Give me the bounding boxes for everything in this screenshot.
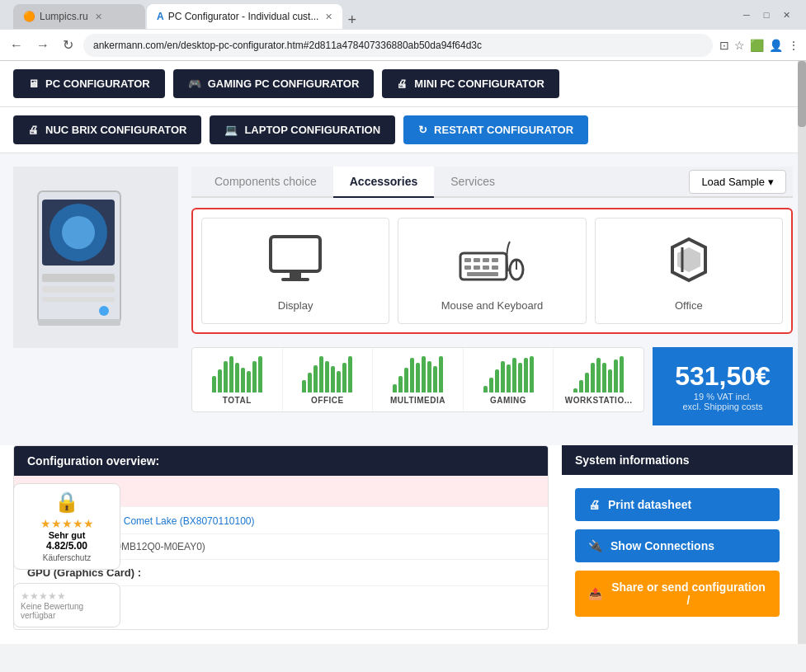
svg-rect-6 (42, 297, 115, 302)
svg-rect-19 (483, 266, 489, 270)
tab1-close[interactable]: ✕ (95, 12, 102, 22)
nuc-brix-button[interactable]: 🖨 NUC BRIX CONFIGURATOR (13, 115, 201, 144)
url-input[interactable] (83, 34, 713, 57)
price-value: 531,50€ (675, 361, 771, 392)
svg-point-7 (99, 306, 109, 316)
svg-rect-5 (42, 286, 115, 293)
trusted-shop-logo: 🔒 (21, 491, 113, 514)
tab-configurator[interactable]: A PC Configurator - Individual cust... ✕ (147, 4, 342, 29)
tab-accessories[interactable]: Accessories (333, 167, 435, 198)
svg-rect-10 (290, 271, 301, 278)
chart-total-label: TOTAL (223, 396, 252, 405)
no-rating-badge: ★★★★★ Keine Bewertung verfügbar (13, 583, 120, 627)
minimize-button[interactable]: ─ (740, 8, 753, 21)
svg-rect-15 (483, 258, 489, 262)
address-bar: ← → ↻ ⊡ ☆ 🟩 👤 ⋮ (0, 30, 806, 61)
pc-image-svg (21, 175, 170, 340)
svg-rect-21 (467, 272, 498, 276)
new-tab-button[interactable]: + (347, 12, 356, 29)
scrollbar[interactable] (798, 61, 806, 644)
accessory-display-card[interactable]: Display (201, 218, 389, 324)
load-sample-button[interactable]: Load Sample ▾ (689, 170, 786, 194)
tab2-favicon: A (157, 11, 164, 22)
configurator-top-bar: 🖥 PC CONFIGURATOR 🎮 GAMING PC CONFIGURAT… (0, 61, 806, 107)
restart-configurator-button[interactable]: ↻ RESTART CONFIGURATOR (403, 115, 588, 144)
nuc-icon: 🖨 (28, 124, 39, 136)
close-button[interactable]: ✕ (780, 8, 793, 21)
back-button[interactable]: ← (7, 36, 26, 54)
gaming-icon: 🎮 (188, 78, 201, 90)
chart-multimedia-label: MULTIMEDIA (390, 396, 445, 405)
left-panel (13, 167, 178, 432)
svg-rect-11 (281, 278, 309, 281)
trust-rating: 4.82/5.00 (21, 540, 113, 552)
pc-image (13, 167, 178, 348)
system-info: System informations 🖨 Print datasheet 🔌 … (562, 445, 793, 630)
svg-rect-16 (492, 258, 498, 262)
scroll-thumb[interactable] (798, 61, 806, 127)
connections-icon: 🔌 (588, 539, 602, 552)
bookmark-icon[interactable]: ☆ (734, 39, 745, 52)
show-connections-button[interactable]: 🔌 Show Connections (575, 529, 780, 562)
config-overview-header: Configuration overview: (14, 446, 548, 476)
price-vat: 19 % VAT incl. (694, 392, 752, 402)
tab1-favicon: 🟠 (23, 11, 35, 22)
office-icon (664, 235, 714, 288)
mini-icon: 🖨 (397, 78, 408, 90)
forward-button[interactable]: → (33, 36, 53, 54)
profile-icon[interactable]: 👤 (769, 39, 783, 52)
extension-icon: 🟩 (750, 39, 764, 52)
svg-rect-9 (271, 237, 320, 271)
bottom-sections: Configuration overview: ● Case (Case) : … (0, 445, 806, 643)
chart-total[interactable]: TOTAL (192, 348, 283, 411)
trusted-shop-badge: 🔒 ★★★★★ Sehr gut 4.82/5.00 Käuferschutz (13, 483, 120, 570)
system-info-buttons: 🖨 Print datasheet 🔌 Show Connections 📤 S… (562, 475, 793, 630)
page-content: 🖥 PC CONFIGURATOR 🎮 GAMING PC CONFIGURAT… (0, 61, 806, 644)
trust-buyer: Käuferschutz (21, 553, 113, 562)
display-icon (266, 235, 324, 288)
svg-rect-18 (474, 266, 480, 270)
svg-rect-14 (474, 258, 480, 262)
tab-services[interactable]: Services (434, 167, 511, 196)
pc-configurator-button[interactable]: 🖥 PC CONFIGURATOR (13, 69, 165, 98)
accessory-mouse-keyboard-card[interactable]: Mouse and Keyboard (398, 218, 586, 324)
menu-icon[interactable]: ⋮ (788, 39, 799, 52)
share-configuration-button[interactable]: 📤 Share or send configuration / (575, 571, 780, 617)
print-icon: 🖨 (588, 498, 600, 511)
empty-stars: ★★★★★ (21, 590, 66, 602)
laptop-config-button[interactable]: 💻 LAPTOP CONFIGURATION (210, 115, 395, 144)
mini-configurator-button[interactable]: 🖨 MINI PC CONFIGURATOR (382, 69, 559, 98)
system-info-header: System informations (562, 445, 793, 475)
chart-office[interactable]: OFFICE (283, 348, 374, 411)
mouse-keyboard-label: Mouse and Keyboard (441, 299, 544, 312)
chart-workstation-label: WORKSTATIO... (565, 396, 633, 405)
price-box: 531,50€ 19 % VAT incl. excl. Shipping co… (653, 347, 793, 425)
reload-button[interactable]: ↻ (59, 35, 77, 54)
chart-office-label: OFFICE (311, 396, 344, 405)
tab2-close[interactable]: ✕ (325, 12, 332, 22)
office-label: Office (675, 299, 703, 312)
laptop-icon: 💻 (224, 124, 238, 136)
cast-icon: ⊡ (719, 39, 729, 52)
tab-lumpics[interactable]: 🟠 Lumpics.ru ✕ (13, 4, 145, 29)
tabs-bar: Components choice Accessories Services L… (191, 167, 793, 198)
trust-stars: ★★★★★ (21, 517, 113, 530)
svg-rect-4 (42, 274, 115, 282)
charts-price-row: TOTAL (191, 347, 793, 425)
chart-gaming[interactable]: GAMING (464, 348, 554, 411)
tab-components-choice[interactable]: Components choice (198, 167, 333, 196)
accessories-grid: Display (191, 208, 793, 334)
svg-rect-17 (464, 266, 471, 270)
maximize-button[interactable]: □ (760, 8, 773, 21)
tab2-label: PC Configurator - Individual cust... (168, 11, 319, 22)
print-datasheet-button[interactable]: 🖨 Print datasheet (575, 488, 780, 521)
chart-multimedia[interactable]: MULTIMEDIA (373, 348, 464, 411)
gaming-configurator-button[interactable]: 🎮 GAMING PC CONFIGURATOR (173, 69, 375, 98)
svg-point-3 (62, 216, 95, 249)
chart-workstation[interactable]: WORKSTATIO... (554, 348, 643, 411)
configurator-row2: 🖨 NUC BRIX CONFIGURATOR 💻 LAPTOP CONFIGU… (0, 107, 806, 153)
pc-icon: 🖥 (28, 78, 39, 90)
dropdown-arrow-icon: ▾ (768, 176, 774, 188)
accessory-office-card[interactable]: Office (595, 218, 783, 324)
svg-rect-8 (38, 319, 120, 326)
